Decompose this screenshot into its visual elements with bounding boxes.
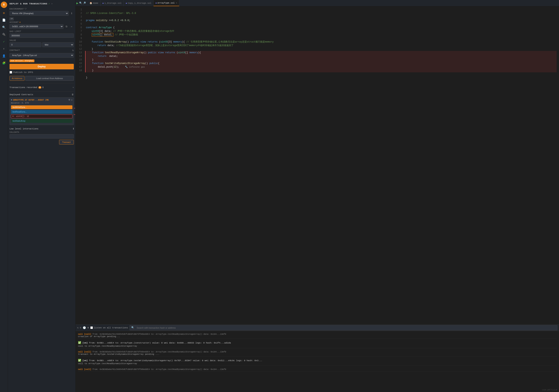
- edit-address-btn[interactable]: ✏: [69, 24, 74, 29]
- contract-select-row: ArrayType - 1/ArrayType.sol: [9, 53, 74, 58]
- environment-row: Remix VM (Shanghai) ℹ: [9, 11, 74, 16]
- plugin-icon[interactable]: 🔌: [1, 31, 7, 37]
- low-level-header: Low level interactions ℹ: [9, 128, 74, 130]
- tab-storage[interactable]: ◆ 1_Storage.sol: [101, 0, 124, 6]
- app-logo: R: [1, 2, 7, 8]
- console-toolbar: ⇅ 0 🕐 0 listen on all transactions 🔍: [75, 325, 559, 331]
- sol-icon-array: ◆: [156, 2, 157, 4]
- close-arraytype-tab[interactable]: ✕: [176, 2, 177, 4]
- contract-instance-name: ARRAYTYPE AT 0X7EF...8CB47 (ME: [13, 99, 49, 101]
- files-icon[interactable]: 📄: [1, 17, 7, 23]
- console-scroll-arrows[interactable]: ⇅ 0: [77, 326, 81, 329]
- zoom-out-icon[interactable]: 🔎: [83, 2, 86, 5]
- deploy-panel: DEPLOY & RUN TRANSACTIONS ✓ › ENVIRONMEN…: [8, 0, 75, 392]
- console-count: 0: [88, 327, 89, 329]
- test-write-dynamic-btn[interactable]: testWriteDyna...: [11, 105, 72, 109]
- low-level-section: Low level interactions ℹ CALLDATA Transa…: [9, 128, 74, 145]
- panel-collapse-icon[interactable]: ›: [51, 3, 53, 5]
- log-call-text2: call to ArrayType.testReadDynamicStorage…: [78, 345, 137, 347]
- plugin2-icon[interactable]: 🧩: [1, 60, 7, 66]
- calldata-input[interactable]: [9, 134, 74, 138]
- search-icon[interactable]: 🔍: [1, 24, 7, 30]
- account-add-icon[interactable]: ⊕: [19, 21, 21, 23]
- gas-limit-input[interactable]: [9, 33, 74, 38]
- log-call-detail2: [call] from: 0x5B38Da6a701c568545dCfcB03…: [84, 351, 226, 353]
- console-area: ⇅ 0 🕐 0 listen on all transactions 🔍 cal…: [75, 324, 559, 392]
- contract-instance-header: ▼ ARRAYTYPE AT 0X7EF...8CB47 (ME ⧉ ✕: [11, 99, 72, 101]
- transact-button[interactable]: Transact: [59, 140, 74, 145]
- run-button[interactable]: ▶: [76, 1, 78, 5]
- line-numbers: 12345 678910 1112131415 161718: [75, 6, 84, 324]
- instance-collapse-icon[interactable]: ▼: [11, 99, 12, 101]
- contract-label: CONTRACT: [9, 49, 71, 52]
- console-search-input[interactable]: [135, 326, 556, 330]
- zoom-in-icon[interactable]: 🔍: [79, 2, 82, 5]
- contract-select[interactable]: ArrayType - 1/ArrayType.sol: [9, 53, 74, 58]
- deployed-header: Deployed Contracts 🗑: [9, 93, 74, 96]
- log-entry3: call [call] from: 0x5B38Da6a701c568545dC…: [78, 350, 557, 356]
- unit-select[interactable]: Wei Gwei Ether: [42, 42, 74, 47]
- console-content: call [call] from: 0x5B38Da6a701c568545dC…: [75, 331, 559, 392]
- deploy-icon[interactable]: ⚙: [1, 10, 7, 16]
- value-row: Wei Gwei Ether: [9, 42, 74, 47]
- tab-bar: ▶ 🔍 🔎 🏠 Home ◆ 1_Storage.sol ◆ Copy_1_St…: [75, 0, 559, 6]
- check-icon[interactable]: ✓: [1, 38, 7, 45]
- deploy-button[interactable]: Deploy: [9, 64, 74, 69]
- publish-ipfs-label: Publish to IPFS: [13, 71, 33, 73]
- transactions-header[interactable]: Transactions recorded 6 ℹ ›: [9, 85, 74, 90]
- sol-icon-copy: ◆: [126, 2, 127, 4]
- at-address-button[interactable]: At Address: [9, 76, 25, 81]
- copy-instance-btn[interactable]: ⧉: [69, 99, 70, 101]
- test-static-array-btn[interactable]: testStaticArray: [11, 119, 72, 123]
- account-select[interactable]: 0x5B3...eddC4 (99.99999999: [9, 24, 64, 29]
- log-call-detail3: [call] from: 0x5B38Da6a701c568545dCfcB03…: [84, 368, 226, 371]
- env-info-icon[interactable]: 🛡: [25, 8, 27, 10]
- panel-title-row: DEPLOY & RUN TRANSACTIONS ✓ ›: [9, 2, 74, 6]
- listen-label: listen on all transactions: [94, 327, 128, 329]
- transactions-count: 6: [38, 86, 41, 89]
- code-editor[interactable]: 12345 678910 1112131415 161718 // SPDX-L…: [75, 6, 559, 324]
- tab-storage-label: 1_Storage.sol: [104, 2, 121, 4]
- listen-checkbox-row: listen on all transactions: [90, 326, 128, 329]
- close-instance-btn[interactable]: ✕: [71, 99, 72, 101]
- func-buttons-group: testWriteDyna... ← 1 testReadDyna... ← 2…: [11, 105, 72, 124]
- tab-home-label: Home: [93, 2, 98, 4]
- environment-select[interactable]: Remix VM (Shanghai): [9, 11, 69, 16]
- log-vm-text1: [vm] from: 0x5B3...eddC4 to: ArrayType.(…: [83, 342, 231, 344]
- tab-home[interactable]: 🏠 Home: [88, 0, 101, 6]
- copy-address-btn[interactable]: ⧉: [64, 24, 69, 29]
- address-buttons-row: At Address Load contract from Address: [9, 76, 74, 81]
- tab-arraytype-label: ArrayType.sol: [158, 2, 175, 4]
- low-level-info-icon[interactable]: ℹ: [73, 128, 74, 130]
- publish-ipfs-checkbox[interactable]: [9, 71, 12, 73]
- console-clock-icon[interactable]: 🕐: [83, 326, 86, 329]
- refresh-contract-btn[interactable]: ↻: [72, 49, 74, 52]
- code-content: // SPDX-License-Identifier: GPL-3.0 prag…: [84, 6, 559, 324]
- deploy2-icon[interactable]: ⬆: [1, 46, 7, 52]
- arrow2-annotation: ← 2: [74, 112, 75, 117]
- log-call-text: [call] from: 0x5B38Da6a701c568545dCfcB03…: [84, 333, 226, 335]
- listen-checkbox[interactable]: [90, 326, 93, 329]
- log-entry5: call [call] from: 0x5B38Da6a701c568545dC…: [78, 367, 557, 372]
- env-info-btn[interactable]: ℹ: [69, 11, 74, 16]
- log-call-text4: call to ArrayType.testReadDynamicStorage…: [78, 362, 137, 365]
- transactions-info-icon[interactable]: ℹ: [43, 86, 43, 89]
- gas-limit-label: GAS LIMIT: [9, 30, 74, 33]
- success-icon1: ✅: [78, 341, 81, 344]
- delete-deployed-icon[interactable]: 🗑: [72, 93, 74, 96]
- load-contract-button[interactable]: Load contract from Address: [25, 76, 74, 81]
- tab-copy-storage[interactable]: ◆ Copy_1_Storage.sol: [124, 0, 154, 6]
- panel-title-text: DEPLOY & RUN TRANSACTIONS: [9, 3, 47, 5]
- balance-text: Balance: 0. ETH: [11, 102, 72, 104]
- tab-arraytype[interactable]: ◆ ArrayType.sol ✕: [154, 0, 179, 6]
- value-input[interactable]: [9, 42, 41, 47]
- log-pending3: transact to ArrayType.testWriteDynamicSt…: [78, 353, 159, 356]
- log-entry4: ✅ [vm] from: 0x5B3...eddC4 to: ArrayType…: [78, 358, 557, 366]
- account-row: 0x5B3...eddC4 (99.99999999 ⧉ ✏: [9, 24, 74, 29]
- transactions-arrow-icon[interactable]: ›: [72, 86, 74, 89]
- test-read-dynamic-btn[interactable]: testReadDyna...: [11, 110, 72, 114]
- result-box: 0: uint8[]: 12: [11, 115, 72, 118]
- contract-instance: ▼ ARRAYTYPE AT 0X7EF...8CB47 (ME ⧉ ✕ Bal…: [9, 97, 74, 125]
- user-icon[interactable]: 👤: [1, 53, 7, 59]
- success-icon2: ✅: [78, 359, 81, 362]
